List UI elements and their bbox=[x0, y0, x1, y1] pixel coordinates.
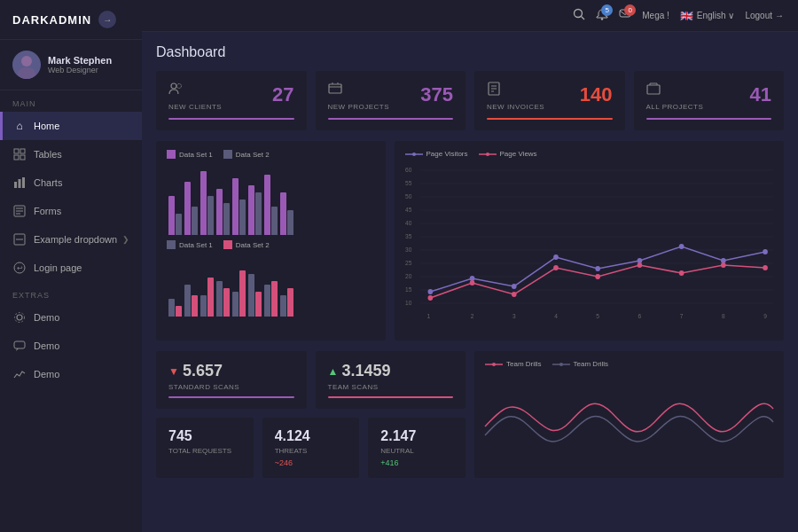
req-total-label: TOTAL REQUESTS bbox=[168, 447, 241, 455]
svg-text:2: 2 bbox=[470, 313, 473, 319]
projects-icon bbox=[328, 84, 342, 98]
sidebar-item-login-label: Login page bbox=[34, 262, 82, 273]
page-title: Dashboard bbox=[156, 44, 784, 60]
stat-card-invoices: NEW INVOICES 140 bbox=[474, 71, 625, 130]
sidebar-item-demo-1[interactable]: Demo bbox=[0, 303, 142, 332]
legend-label-3: Data Set 1 bbox=[179, 241, 213, 249]
bar bbox=[232, 178, 239, 235]
scan-standard-value: ▼ 5.657 bbox=[168, 362, 294, 380]
bar bbox=[280, 295, 286, 317]
sidebar-item-demo-3[interactable]: Demo bbox=[0, 360, 142, 388]
section-main-label: Main bbox=[0, 90, 142, 112]
dot bbox=[553, 254, 559, 260]
forms-icon bbox=[12, 204, 27, 218]
scan-underline-standard bbox=[168, 396, 294, 398]
scan-card-standard: ▼ 5.657 STANDARD SCANS bbox=[156, 351, 307, 409]
svg-text:1: 1 bbox=[426, 313, 430, 319]
sidebar-item-forms[interactable]: Forms bbox=[0, 197, 142, 225]
dot bbox=[637, 262, 642, 268]
sidebar-item-forms-label: Forms bbox=[34, 206, 61, 216]
svg-text:4: 4 bbox=[554, 313, 558, 319]
svg-rect-19 bbox=[14, 341, 25, 348]
notification-icon[interactable]: 5 bbox=[596, 8, 608, 23]
stat-underline-clients bbox=[168, 118, 294, 120]
svg-text:6: 6 bbox=[638, 313, 641, 319]
bar-group-b1 bbox=[168, 299, 182, 317]
sidebar-item-dropdown[interactable]: Example dropdown ❯ bbox=[0, 225, 142, 254]
user-role: Web Designer bbox=[48, 66, 112, 74]
svg-point-23 bbox=[601, 18, 603, 20]
stat-underline-invoices bbox=[487, 118, 613, 120]
bar bbox=[255, 192, 262, 235]
logout-button[interactable]: Logout → bbox=[745, 11, 784, 20]
sidebar-item-demo-2[interactable]: Demo bbox=[0, 332, 142, 360]
language-selector[interactable]: 🇬🇧 English ∨ bbox=[680, 10, 735, 22]
topbar: 5 0 Mega ! 🇬🇧 English ∨ Logout → bbox=[142, 0, 798, 32]
dot bbox=[595, 266, 600, 271]
bar bbox=[248, 274, 254, 317]
stat-card-clients-value: 27 bbox=[272, 83, 293, 106]
svg-rect-35 bbox=[647, 85, 660, 94]
logo-icon[interactable]: → bbox=[98, 11, 116, 28]
line-chart-svg-area: 60 55 50 45 40 35 30 25 20 15 10 bbox=[405, 163, 773, 332]
bar bbox=[280, 192, 286, 235]
bar bbox=[287, 210, 293, 235]
legend-dataset4: Data Set 2 bbox=[223, 240, 270, 249]
svg-point-0 bbox=[21, 56, 32, 66]
svg-text:35: 35 bbox=[405, 233, 412, 239]
sidebar-item-charts[interactable]: Charts bbox=[0, 168, 142, 197]
sidebar-item-login[interactable]: ↩ Login page bbox=[0, 254, 142, 282]
sidebar-item-tables[interactable]: Tables bbox=[0, 140, 142, 168]
line-chart-svg: 60 55 50 45 40 35 30 25 20 15 10 bbox=[405, 163, 773, 336]
mega-label[interactable]: Mega ! bbox=[642, 11, 669, 20]
legend-dataset2: Data Set 2 bbox=[223, 150, 270, 159]
scan-card-team: ▲ 3.1459 TEAM SCANS bbox=[316, 351, 466, 409]
user-info: Mark Stephen Web Designer bbox=[48, 55, 112, 74]
mini-chart-svg-area bbox=[485, 373, 773, 462]
dropdown-icon bbox=[12, 232, 27, 246]
sidebar-item-dropdown-label: Example dropdown bbox=[34, 234, 117, 245]
bar bbox=[239, 270, 246, 317]
svg-point-21 bbox=[575, 10, 583, 18]
scan-team-value: ▲ 3.1459 bbox=[328, 362, 454, 380]
stat-card-allprojects: ALL PROJECTS 41 bbox=[634, 71, 785, 130]
svg-point-26 bbox=[177, 84, 182, 89]
bar bbox=[271, 207, 278, 235]
mini-line-1 bbox=[485, 403, 773, 432]
svg-point-18 bbox=[15, 313, 25, 323]
bar bbox=[223, 203, 230, 235]
sidebar: DARKADMIN → Mark Stephen Web Designer Ma… bbox=[0, 0, 142, 532]
svg-rect-8 bbox=[22, 177, 25, 188]
svg-rect-5 bbox=[20, 155, 25, 160]
messages-badge: 0 bbox=[624, 4, 636, 16]
svg-text:↩: ↩ bbox=[17, 264, 23, 272]
notification-badge: 5 bbox=[601, 4, 613, 16]
dot bbox=[763, 265, 768, 270]
invoices-icon bbox=[487, 84, 501, 98]
arrow-up-icon: ▲ bbox=[328, 365, 339, 378]
bar-group-6 bbox=[248, 185, 262, 235]
stat-underline-allprojects bbox=[646, 118, 772, 120]
bar bbox=[176, 306, 182, 317]
clients-icon bbox=[168, 84, 183, 98]
legend-dot-4 bbox=[223, 240, 232, 249]
user-profile: Mark Stephen Web Designer bbox=[0, 40, 142, 90]
sidebar-item-home[interactable]: ⌂ Home bbox=[0, 112, 142, 140]
dot bbox=[469, 280, 474, 286]
messages-icon[interactable]: 0 bbox=[619, 8, 631, 23]
svg-text:8: 8 bbox=[722, 313, 725, 319]
stat-card-clients: NEW CLIENTS 27 bbox=[156, 71, 307, 130]
stat-card-invoices-value: 140 bbox=[580, 83, 613, 106]
req-neutral-delta: +416 bbox=[380, 458, 453, 467]
svg-point-25 bbox=[171, 83, 176, 89]
req-card-total: 745 TOTAL REQUESTS bbox=[156, 418, 254, 478]
avatar bbox=[12, 51, 41, 79]
stat-card-allprojects-value: 41 bbox=[750, 83, 771, 106]
scan-underline-team bbox=[328, 396, 454, 398]
search-icon[interactable] bbox=[573, 8, 585, 23]
charts-icon bbox=[12, 176, 27, 190]
bar-group-b5 bbox=[232, 270, 246, 317]
bar-group-b4 bbox=[216, 281, 230, 317]
mini-chart-svg bbox=[485, 373, 773, 471]
bar bbox=[248, 185, 254, 235]
